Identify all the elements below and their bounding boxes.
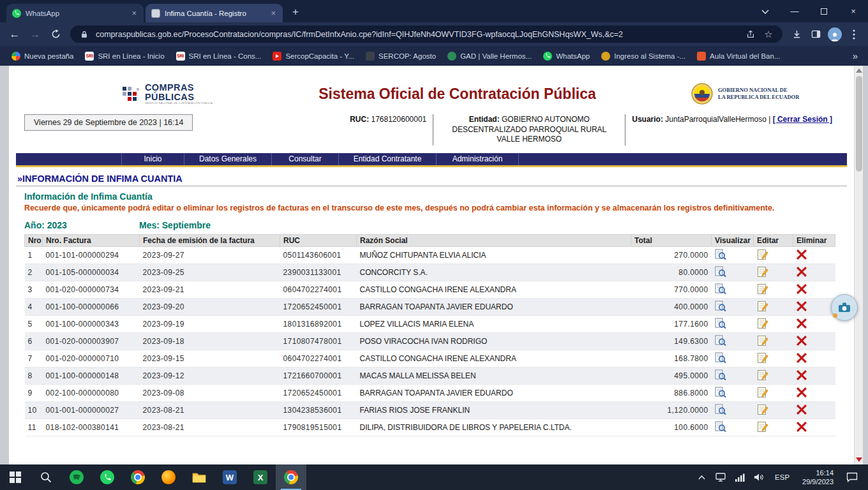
editar-button[interactable]: [757, 283, 768, 295]
hidden-icons-chevron[interactable]: [693, 464, 710, 490]
menu-consultar[interactable]: Consultar: [271, 153, 338, 165]
scrollbar-thumb[interactable]: [856, 76, 862, 172]
start-button[interactable]: [0, 464, 31, 490]
bookmark-sri-inicio[interactable]: SRI SRI en Línea - Inicio: [80, 49, 169, 63]
network-icon[interactable]: [731, 464, 748, 490]
visualizar-button[interactable]: [715, 352, 726, 364]
notification-center-icon[interactable]: [841, 464, 863, 490]
speaker-icon[interactable]: [751, 464, 767, 490]
tab-close-icon[interactable]: ×: [269, 8, 277, 18]
cerrar-sesion-link[interactable]: [ Cerrar Sesión ]: [773, 115, 832, 124]
taskbar-spotify[interactable]: [61, 464, 92, 490]
taskbar-whatsapp[interactable]: [92, 464, 123, 490]
profile-avatar[interactable]: [826, 26, 844, 43]
visualizar-button[interactable]: [715, 301, 726, 312]
eliminar-button[interactable]: [797, 336, 807, 346]
cell-total: 177.1600: [631, 316, 712, 333]
cell-nro: 3: [25, 281, 43, 299]
table-row: 6 001-020-000003907 2023-09-18 171080747…: [25, 333, 835, 350]
menu-datos-generales[interactable]: Datos Generales: [184, 153, 271, 165]
menu-entidad-contratante[interactable]: Entidad Contratante: [338, 153, 436, 165]
bookmark-ingreso-sistema[interactable]: Ingreso al Sistema -...: [596, 49, 691, 63]
side-panel-icon[interactable]: [807, 26, 825, 43]
tab-infima-cuantia[interactable]: Infima Cuantía - Registro ×: [146, 4, 283, 22]
editar-button[interactable]: [757, 387, 768, 398]
editar-button[interactable]: [757, 352, 768, 364]
minimize-button[interactable]: —: [780, 0, 809, 22]
clock[interactable]: 16:14 29/9/2023: [797, 468, 839, 487]
bookmark-aula-virtual[interactable]: Aula Virtual del Ban...: [692, 49, 785, 63]
editar-button[interactable]: [757, 266, 768, 278]
eliminar-button[interactable]: [797, 284, 807, 294]
folder-icon: [192, 471, 206, 483]
table-row: 9 002-100-000000080 2023-09-08 172065245…: [25, 385, 835, 402]
visualizar-button[interactable]: [715, 283, 726, 295]
bookmark-sercop-agosto[interactable]: SERCOP: Agosto: [361, 49, 441, 63]
eliminar-button[interactable]: [797, 353, 807, 363]
eliminar-button[interactable]: [797, 387, 807, 397]
editar-button[interactable]: [757, 249, 768, 260]
menu-inicio[interactable]: Inicio: [121, 153, 184, 165]
editar-button[interactable]: [757, 301, 768, 312]
visualizar-button[interactable]: [715, 421, 726, 433]
eliminar-button[interactable]: [797, 301, 807, 311]
visualizar-button[interactable]: [715, 249, 726, 260]
new-tab-button[interactable]: +: [287, 4, 304, 20]
bookmark-star-icon[interactable]: ☆: [762, 29, 775, 40]
tab-close-icon[interactable]: ×: [130, 8, 138, 18]
bookmark-whatsapp[interactable]: WhatsApp: [538, 49, 595, 63]
tab-search-chevron-icon[interactable]: [751, 0, 780, 22]
eliminar-button[interactable]: [797, 318, 807, 329]
bookmark-gad-valle-hermoso[interactable]: GAD | Valle Hermos...: [442, 49, 537, 63]
language-indicator[interactable]: ESP: [770, 473, 795, 481]
taskbar-chrome-active[interactable]: [276, 464, 306, 490]
eliminar-button[interactable]: [797, 267, 807, 277]
editar-button[interactable]: [757, 404, 768, 415]
taskbar-search-button[interactable]: [31, 464, 61, 490]
forward-button[interactable]: →: [26, 25, 45, 44]
eliminar-button[interactable]: [797, 422, 807, 432]
eliminar-button[interactable]: [797, 370, 807, 380]
bookmark-sri-consultas[interactable]: SRI SRI en Línea - Cons...: [171, 49, 267, 63]
download-icon[interactable]: [788, 26, 805, 43]
bookmarks-overflow-chevron[interactable]: »: [849, 50, 862, 61]
editar-button[interactable]: [757, 318, 768, 329]
tab-whatsapp[interactable]: WhatsApp ×: [6, 4, 144, 22]
maximize-button[interactable]: [809, 0, 839, 22]
table-row: 10 001-001-000000027 2023-08-21 13042385…: [25, 402, 835, 419]
menu-spacer: [16, 153, 121, 165]
scroll-down-arrow-icon[interactable]: [856, 457, 862, 462]
address-bar[interactable]: compraspublicas.gob.ec/ProcesoContrataci…: [70, 26, 782, 43]
visualizar-button[interactable]: [715, 387, 726, 398]
eliminar-button[interactable]: [797, 249, 807, 260]
editar-button[interactable]: [757, 369, 768, 381]
taskbar-chrome[interactable]: [123, 464, 153, 490]
taskbar-excel[interactable]: X: [245, 464, 276, 490]
close-button[interactable]: ×: [839, 0, 868, 22]
bookmark-sercopcapacita[interactable]: SercopCapacita - Y...: [267, 49, 359, 63]
visualizar-button[interactable]: [715, 318, 726, 329]
menu-administracion[interactable]: Administración: [436, 153, 519, 165]
taskbar-file-explorer[interactable]: [184, 464, 214, 490]
taskbar-firefox[interactable]: [153, 464, 184, 490]
visualizar-button[interactable]: [715, 369, 726, 381]
back-button[interactable]: ←: [5, 25, 24, 44]
visualizar-button[interactable]: [715, 335, 726, 346]
editar-button[interactable]: [757, 335, 768, 346]
scroll-up-arrow-icon[interactable]: [856, 68, 862, 73]
visualizar-button[interactable]: [715, 404, 726, 415]
taskbar-word[interactable]: W: [214, 464, 245, 490]
cell-total: 100.6000: [631, 419, 712, 436]
cell-total: 400.0000: [631, 299, 712, 316]
floating-capture-widget[interactable]: [831, 294, 858, 321]
chrome-icon: [284, 470, 298, 484]
eliminar-button[interactable]: [797, 405, 807, 415]
display-icon[interactable]: [712, 464, 729, 490]
refresh-button[interactable]: [46, 25, 65, 44]
editar-button[interactable]: [757, 421, 768, 433]
browser-menu-icon[interactable]: [845, 26, 863, 43]
visualizar-button[interactable]: [715, 266, 726, 278]
share-icon[interactable]: [744, 30, 757, 39]
bookmark-nueva-pestana[interactable]: Nueva pestaña: [6, 49, 79, 63]
page-scrollbar[interactable]: [854, 66, 863, 464]
